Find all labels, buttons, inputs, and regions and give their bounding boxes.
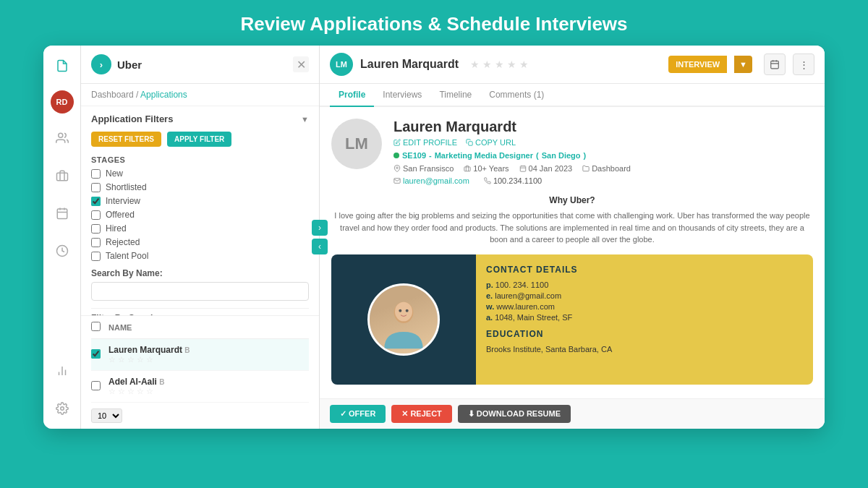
action-bar: ✓ OFFER ✕ REJECT ⬇ DOWNLOAD RESUME: [320, 398, 825, 429]
edit-profile-link[interactable]: EDIT PROFILE: [393, 138, 457, 147]
nav-icon-settings[interactable]: [49, 395, 75, 421]
arrow-left-btn[interactable]: ‹: [312, 239, 328, 254]
why-title: Why Uber?: [331, 195, 813, 205]
nav-arrows: › ‹: [312, 220, 328, 254]
filter-header[interactable]: Application Filters ▼: [91, 114, 309, 124]
candidate-2-name: Adel Al-Aali B: [109, 377, 309, 387]
nav-icon-people[interactable]: [49, 125, 75, 151]
nav-icon-calendar[interactable]: [49, 200, 75, 226]
education-school: Brooks Institute, Santa Barbara, CA: [486, 345, 803, 354]
calendar-icon-btn[interactable]: [764, 53, 786, 75]
svg-rect-1: [56, 173, 67, 181]
profile-initials-badge: LM: [330, 53, 353, 76]
copy-url-link[interactable]: COPY URL: [466, 138, 516, 147]
tab-timeline[interactable]: Timeline: [430, 84, 480, 107]
candidate-row-lauren[interactable]: Lauren Marquardt B ☆ ☆ ☆ ☆ ☆: [91, 339, 309, 371]
stage-talent-pool: Talent Pool: [91, 251, 309, 261]
stage-offered: Offered: [91, 210, 309, 220]
reject-btn[interactable]: ✕ REJECT: [391, 405, 451, 423]
tab-comments[interactable]: Comments (1): [480, 84, 553, 107]
tab-interviews[interactable]: Interviews: [374, 84, 430, 107]
svg-rect-18: [520, 166, 526, 172]
offer-btn[interactable]: ✓ OFFER: [330, 405, 386, 423]
candidate-2-stars: ☆ ☆ ☆ ☆ ☆: [109, 387, 309, 396]
contact-phone: p. 100. 234. 1100: [486, 281, 803, 289]
breadcrumb: Dashboard / Applications: [81, 84, 319, 106]
profile-name-header: Lauren Marquardt: [360, 58, 459, 71]
stage-rejected-checkbox[interactable]: [91, 238, 101, 247]
resume-left: [331, 254, 476, 385]
svg-rect-11: [771, 61, 779, 69]
interview-badge-btn[interactable]: INTERVIEW: [668, 56, 727, 73]
profile-header: LM Lauren Marquardt ★ ★ ★ ★ ★ INTERVIEW …: [320, 46, 825, 84]
profile-contact: lauren@gmail.com 100.234.1100: [393, 176, 813, 185]
stage-new-checkbox[interactable]: [91, 169, 101, 179]
filter-buttons: RESET FILTERS APPLY FILTER: [91, 132, 309, 147]
nav-avatar[interactable]: RD: [51, 90, 74, 114]
nav-icon-clock[interactable]: [49, 238, 75, 264]
pagination-row: 10 25 50: [91, 403, 309, 429]
profile-info-section: LM Lauren Marquardt EDIT PROFILE COPY UR…: [331, 119, 813, 185]
green-dot: [393, 153, 399, 158]
reset-filters-btn[interactable]: RESET FILTERS: [91, 132, 161, 147]
why-text: I love going after the big problems and …: [331, 210, 813, 246]
svg-point-24: [399, 309, 401, 312]
svg-point-10: [60, 407, 64, 411]
company-btn[interactable]: ›: [91, 54, 111, 74]
filter-area: Application Filters ▼ RESET FILTERS APPL…: [81, 106, 319, 315]
select-all-checkbox[interactable]: [91, 322, 101, 331]
company-name: Uber: [117, 59, 287, 71]
arrow-right-btn[interactable]: ›: [312, 220, 328, 236]
interview-dropdown-btn[interactable]: ▼: [734, 56, 752, 73]
stage-rejected: Rejected: [91, 237, 309, 247]
svg-rect-15: [469, 142, 472, 145]
email-link[interactable]: lauren@gmail.com: [403, 176, 469, 185]
resume-right: CONTACT DETAILS p. 100. 234. 1100 e. lau…: [476, 254, 813, 385]
filter-openings-section[interactable]: Filter By Openings ▼: [91, 308, 309, 315]
stage-hired-checkbox[interactable]: [91, 224, 101, 234]
svg-point-25: [406, 309, 409, 312]
candidate-row-adel[interactable]: Adel Al-Aali B ☆ ☆ ☆ ☆ ☆: [91, 371, 309, 403]
phone-display: 100.234.1100: [493, 176, 542, 185]
nav-icon-briefcase[interactable]: [49, 163, 75, 189]
search-name-label: Search By Name:: [91, 268, 309, 278]
stage-interview: Interview: [91, 196, 309, 206]
profile-body: LM Lauren Marquardt EDIT PROFILE COPY UR…: [320, 107, 825, 398]
resume-photo: [367, 283, 440, 356]
per-page-select[interactable]: 10 25 50: [91, 408, 122, 423]
education-title: EDUCATION: [486, 329, 803, 339]
svg-point-23: [395, 301, 412, 321]
candidate-1-checkbox[interactable]: [91, 349, 101, 359]
svg-rect-2: [57, 209, 67, 219]
download-resume-btn[interactable]: ⬇ DOWNLOAD RESUME: [458, 405, 571, 423]
job-tag: SE109 - Marketing Media Designer ( San D…: [393, 151, 813, 160]
stage-new: New: [91, 168, 309, 179]
stage-offered-checkbox[interactable]: [91, 210, 101, 220]
right-panel: LM Lauren Marquardt ★ ★ ★ ★ ★ INTERVIEW …: [320, 46, 825, 429]
why-section: Why Uber? I love going after the big pro…: [331, 195, 813, 246]
contact-email: e. lauren@gmail.com: [486, 291, 803, 300]
candidate-2-checkbox[interactable]: [91, 381, 101, 390]
profile-tabs: Profile Interviews Timeline Comments (1): [320, 84, 825, 107]
stage-talent-pool-checkbox[interactable]: [91, 252, 101, 261]
profile-meta: San Fransisco 10+ Years 04 Jan 2023: [393, 164, 813, 173]
nav-icon-chart[interactable]: [49, 358, 75, 384]
filter-chevron-icon: ▼: [301, 115, 309, 124]
profile-main-info: Lauren Marquardt EDIT PROFILE COPY URL: [393, 119, 813, 185]
close-btn[interactable]: ✕: [293, 56, 309, 72]
apply-filter-btn[interactable]: APPLY FILTER: [167, 132, 231, 147]
panel-header: › Uber ✕: [81, 46, 319, 84]
svg-point-16: [396, 167, 399, 169]
tab-profile[interactable]: Profile: [330, 84, 374, 107]
profile-avatar-large: LM: [331, 119, 382, 169]
svg-rect-17: [464, 167, 470, 171]
svg-point-0: [58, 133, 62, 137]
stage-hired: Hired: [91, 223, 309, 234]
nav-icon-document[interactable]: [49, 53, 75, 79]
stage-shortlisted: Shortlisted: [91, 182, 309, 192]
main-container: RD › Uber ✕ › ‹: [43, 46, 825, 429]
more-options-btn[interactable]: ⋮: [793, 53, 814, 75]
stage-shortlisted-checkbox[interactable]: [91, 183, 101, 192]
stage-interview-checkbox[interactable]: [91, 197, 101, 206]
search-name-input[interactable]: [91, 282, 309, 301]
